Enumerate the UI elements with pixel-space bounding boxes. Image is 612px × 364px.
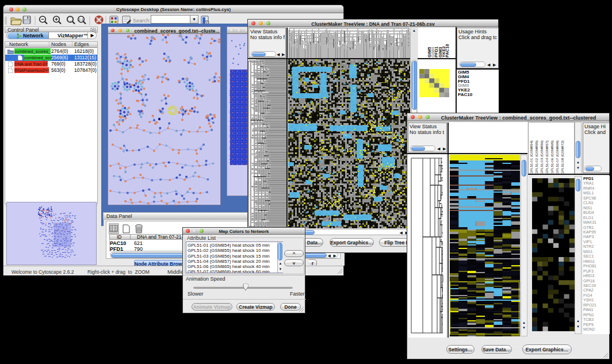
svg-text:1:1: 1:1 (79, 18, 84, 21)
